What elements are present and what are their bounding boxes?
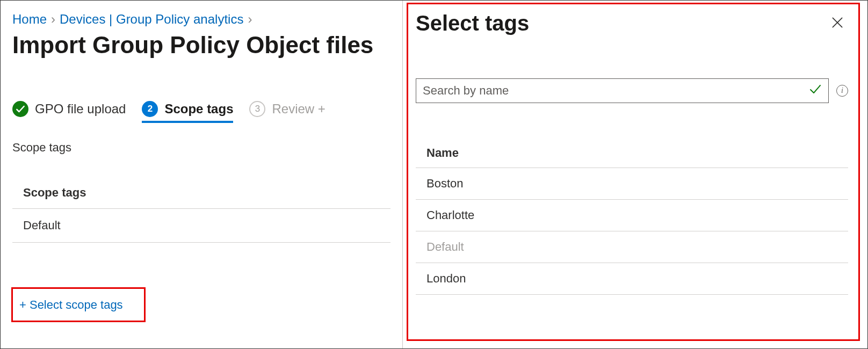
- step-gpo-file-upload[interactable]: GPO file upload: [12, 101, 126, 121]
- step-number-icon: 3: [249, 101, 265, 117]
- page-title: Import Group Policy Object files: [12, 32, 390, 59]
- step-number-icon: 2: [142, 101, 158, 117]
- step-label: Scope tags: [164, 101, 233, 117]
- step-label: Review +: [272, 101, 325, 117]
- select-scope-tags-highlight: + Select scope tags: [11, 287, 146, 322]
- scope-tags-table-header: Scope tags: [12, 186, 390, 209]
- flyout-highlight: [407, 3, 860, 341]
- select-scope-tags-link[interactable]: + Select scope tags: [19, 298, 123, 312]
- scope-tags-section-label: Scope tags: [12, 141, 390, 155]
- step-review[interactable]: 3 Review +: [249, 101, 325, 121]
- checkmark-icon: [12, 101, 28, 117]
- step-scope-tags[interactable]: 2 Scope tags: [142, 101, 233, 121]
- main-pane: Home › Devices | Group Policy analytics …: [1, 1, 402, 348]
- breadcrumb: Home › Devices | Group Policy analytics …: [12, 11, 390, 27]
- chevron-right-icon: ›: [51, 11, 55, 27]
- scope-tags-table-row: Default: [12, 209, 390, 243]
- breadcrumb-home[interactable]: Home: [12, 11, 47, 27]
- chevron-right-icon: ›: [248, 11, 252, 27]
- breadcrumb-devices[interactable]: Devices | Group Policy analytics: [60, 11, 243, 27]
- wizard-stepper: GPO file upload 2 Scope tags 3 Review +: [12, 101, 390, 121]
- step-label: GPO file upload: [35, 101, 126, 117]
